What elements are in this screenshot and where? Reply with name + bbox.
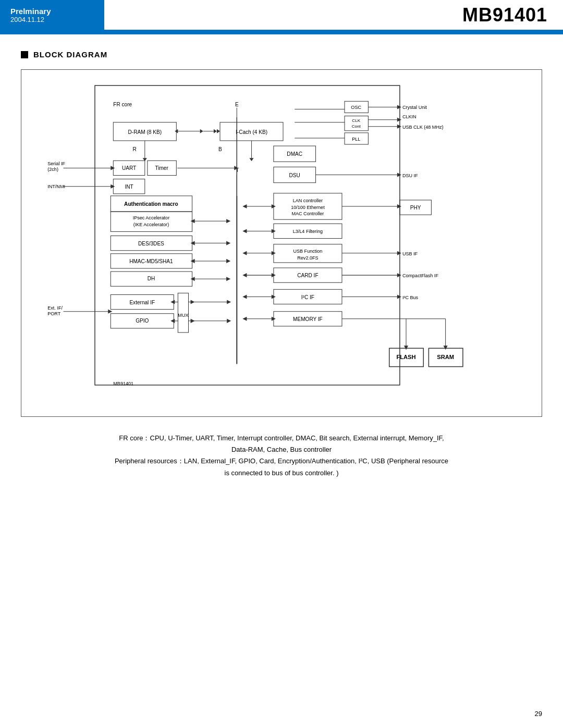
svg-marker-84	[242, 294, 247, 299]
icach-label: I-Cach (4 KB)	[236, 129, 267, 135]
lan-ctrl-label3: MAC Controller	[291, 211, 324, 216]
clkin-label: CLKIN	[402, 114, 417, 119]
i2c-bus-label: I²C Bus	[402, 295, 419, 300]
header-right: MB91401	[104, 0, 563, 30]
dsu-label: DSU	[289, 172, 300, 178]
int-label: INT	[125, 184, 133, 190]
port-label: PORT	[47, 311, 60, 316]
clk-label: CLK	[352, 118, 360, 123]
serial-if-2ch-label: (2ch)	[47, 167, 58, 172]
svg-marker-87	[397, 294, 401, 299]
block-diagram-svg: FR core E D-RAM (8 KB) I-Cach (4 KB) R B	[32, 80, 531, 406]
footnote-line1: FR core：CPU, U-Timer, UART, Timer, Inter…	[21, 433, 542, 444]
svg-marker-108	[397, 125, 401, 129]
page-number: 29	[535, 710, 542, 718]
svg-marker-103	[397, 105, 401, 109]
svg-marker-72	[242, 251, 247, 255]
svg-marker-52	[108, 310, 112, 314]
dh-label: DH	[148, 276, 155, 281]
footnote-line4: is connected to bus of bus controller. )	[21, 467, 542, 479]
usb-func-label1: USB Function	[293, 249, 322, 254]
mb91401-chip-label: MB91401	[113, 381, 133, 386]
serial-if-label: Serial IF	[47, 161, 65, 166]
svg-marker-8	[217, 129, 220, 133]
svg-marker-13	[249, 158, 253, 161]
e-bus-label: E	[235, 102, 239, 107]
svg-marker-54	[191, 300, 195, 304]
svg-marker-17	[111, 166, 115, 170]
header: Prelminary 2004.11.12 MB91401	[0, 0, 563, 31]
svg-marker-40	[226, 259, 230, 263]
cont-label: Cont	[352, 124, 361, 129]
r-bus-label: R	[133, 146, 137, 152]
block-diagram-container: FR core E D-RAM (8 KB) I-Cach (4 KB) R B	[21, 69, 542, 417]
dmac-label: DMAC	[287, 151, 302, 157]
int-nmi-label: INT/NMI	[47, 184, 65, 189]
pll-label: PLL	[352, 137, 360, 142]
des-label: DES/3DES	[138, 241, 164, 246]
svg-marker-65	[397, 204, 401, 208]
footnote-line3: Peripheral resources：LAN, External_IF, G…	[21, 455, 542, 467]
footnote-line2: Data-RAM, Cache, Bus controller	[21, 444, 542, 455]
svg-marker-78	[242, 273, 247, 277]
hmac-label: HMAC-MD5/SHA1	[129, 258, 173, 264]
svg-marker-42	[191, 277, 195, 281]
header-left: Prelminary 2004.11.12	[0, 0, 104, 30]
date-label: 2004.11.12	[10, 16, 94, 23]
svg-marker-5	[200, 129, 203, 133]
usb-if-label: USB IF	[402, 251, 418, 256]
svg-marker-7	[214, 129, 217, 133]
svg-marker-48	[170, 300, 175, 304]
heading-square-icon	[21, 51, 28, 58]
usb-func-label2: Rev2.0FS	[297, 255, 318, 261]
i2c-if-label: I²C IF	[301, 294, 314, 300]
dsu-if-label: DSU IF	[402, 173, 418, 178]
footer-notes: FR core：CPU, U-Timer, UART, Timer, Inter…	[21, 433, 542, 478]
svg-marker-25	[397, 172, 401, 177]
svg-marker-100	[444, 346, 448, 350]
page-content: BLOCK DIAGRAM FR core E D-RAM (8 KB) I-C…	[0, 34, 563, 495]
auth-macro-label: Authentication macro	[124, 201, 178, 207]
svg-marker-106	[397, 118, 401, 122]
svg-marker-68	[242, 229, 247, 233]
svg-marker-39	[191, 259, 195, 263]
dram-label: D-RAM (8 KB)	[128, 129, 162, 135]
svg-marker-21	[111, 184, 115, 189]
section-heading: BLOCK DIAGRAM	[21, 50, 542, 59]
svg-marker-33	[191, 219, 195, 223]
uart-label: UART	[122, 165, 136, 171]
svg-marker-36	[191, 241, 195, 245]
gpio-label: GPIO	[136, 318, 149, 324]
lan-ctrl-label1: LAN controller	[293, 198, 323, 203]
memory-if-label: MEMORY IF	[293, 316, 323, 322]
b-bus-label: B	[218, 146, 222, 152]
svg-marker-34	[226, 219, 230, 223]
svg-marker-58	[227, 319, 231, 323]
svg-marker-61	[242, 204, 247, 208]
ext-if-label: Ext. IF/	[47, 305, 63, 311]
usb-clk-label: USB CLK (48 MHz)	[402, 125, 444, 130]
card-if-label: CARD IF	[297, 273, 318, 278]
svg-marker-90	[242, 317, 247, 321]
svg-marker-55	[227, 300, 231, 304]
svg-marker-50	[170, 319, 175, 323]
svg-marker-75	[397, 251, 401, 255]
fr-core-label: FR core	[113, 102, 132, 107]
preliminary-label: Prelminary	[10, 7, 94, 16]
compactflash-if-label: CompactFlash IF	[402, 273, 438, 278]
crystal-unit-label: Crystal Unit	[402, 105, 427, 110]
l3l4-label: L3/L4 Filtering	[293, 229, 323, 234]
document-title: MB91401	[462, 4, 547, 26]
lan-ctrl-label2: 10/100 Ethernet	[291, 205, 325, 210]
external-if-label: External IF	[129, 300, 155, 305]
svg-marker-81	[397, 273, 401, 277]
osc-label: OSC	[351, 105, 361, 110]
section-title: BLOCK DIAGRAM	[33, 50, 107, 59]
svg-marker-96	[404, 346, 408, 350]
sram-label: SRAM	[437, 354, 454, 360]
ike-label: (IKE Accelerator)	[133, 222, 169, 227]
svg-rect-27	[111, 212, 192, 231]
svg-marker-43	[226, 277, 230, 281]
flash-label: FLASH	[397, 354, 416, 360]
timer-label: Timer	[155, 165, 168, 171]
